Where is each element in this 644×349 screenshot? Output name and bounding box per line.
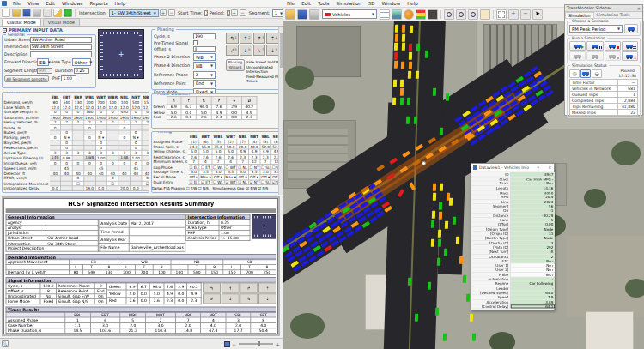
grid-cell[interactable]: ☐ NL bbox=[237, 180, 248, 185]
vehicle[interactable] bbox=[439, 202, 442, 210]
open-file-icon[interactable] bbox=[285, 9, 295, 20]
grid-cell[interactable]: 0.0 bbox=[50, 186, 61, 191]
vehicle[interactable] bbox=[415, 71, 418, 79]
vehicle[interactable] bbox=[399, 98, 403, 105]
grid-cell[interactable]: 1900 bbox=[106, 115, 118, 120]
print-icon[interactable] bbox=[33, 9, 41, 17]
vehicle[interactable] bbox=[443, 334, 447, 341]
vehicle[interactable] bbox=[440, 184, 443, 191]
layers-icon[interactable] bbox=[392, 9, 402, 20]
vehicle[interactable] bbox=[463, 275, 466, 283]
vehicle[interactable] bbox=[440, 128, 443, 135]
vehicle[interactable] bbox=[400, 80, 404, 87]
clock-toggle-button[interactable]: ◷ bbox=[569, 69, 580, 78]
vehicle[interactable] bbox=[459, 256, 463, 264]
phase-2-direction-input[interactable]: WB▼ bbox=[193, 53, 216, 61]
vehicle[interactable] bbox=[433, 184, 436, 191]
grid-cell[interactable]: ☐ WT bbox=[224, 165, 237, 170]
edit-icon[interactable] bbox=[53, 9, 62, 17]
property-value[interactable]: 3947 bbox=[511, 172, 555, 177]
vehicle[interactable] bbox=[394, 33, 398, 41]
pre-timed-signal-input[interactable] bbox=[193, 40, 198, 45]
scenario-select[interactable]: PM Peak Period▼ bbox=[569, 25, 623, 33]
menu-item[interactable]: Window bbox=[378, 1, 404, 6]
grid-cell[interactable]: Off ▾ bbox=[237, 175, 248, 180]
grid-cell[interactable]: 1900 bbox=[61, 115, 72, 120]
zoom-in-icon[interactable]: + bbox=[276, 341, 280, 347]
grid-cell[interactable]: 1900 bbox=[118, 115, 130, 120]
grid-cell[interactable]: ☐ NL bbox=[237, 165, 248, 170]
property-value[interactable]: 7.9 bbox=[511, 295, 555, 299]
urban-street-field[interactable]: SW Archer Road bbox=[30, 37, 92, 43]
grid-cell[interactable]: 12.0 bbox=[84, 105, 95, 110]
vehicle[interactable] bbox=[401, 61, 404, 69]
vehicle[interactable] bbox=[402, 43, 405, 51]
grid-cell[interactable]: 20.0 bbox=[237, 144, 248, 149]
vehicle[interactable] bbox=[395, 25, 398, 33]
grid-cell[interactable]: ☐ WL bbox=[212, 165, 224, 170]
property-value[interactable]: No ▾ bbox=[511, 182, 555, 186]
sidebar-tab[interactable]: Simulation bbox=[565, 12, 594, 18]
grid-cell[interactable]: 48.0 bbox=[248, 144, 260, 149]
grid-cell[interactable] bbox=[72, 186, 83, 191]
phf-field[interactable]: 1.00 bbox=[61, 75, 76, 81]
property-value[interactable]: 5 bbox=[511, 218, 555, 222]
all-segment-lengths-button[interactable]: All Segment Lengths bbox=[4, 75, 49, 82]
open-file-icon[interactable] bbox=[12, 9, 21, 17]
vehicle[interactable] bbox=[444, 249, 447, 256]
grid-cell[interactable]: ☐ WL bbox=[212, 180, 224, 185]
property-value[interactable]: 64.1 bbox=[511, 304, 555, 309]
grid-cell[interactable]: ☐ EL bbox=[188, 165, 199, 170]
description-field[interactable] bbox=[30, 51, 92, 57]
add-intersection-button[interactable]: + bbox=[160, 9, 167, 16]
intersection-combobox[interactable]: 1- SW 34th Street▼ bbox=[109, 9, 159, 17]
grid-cell[interactable]: 12.0 bbox=[131, 105, 142, 110]
grid-cell[interactable]: Max ▾ bbox=[199, 175, 212, 180]
pause-simulation-button[interactable] bbox=[586, 41, 603, 51]
grid-cell[interactable]: 1900 bbox=[50, 115, 61, 120]
grid-cell[interactable]: ☑ NT bbox=[248, 180, 260, 185]
grid-cell[interactable]: 12.0 bbox=[95, 105, 106, 110]
property-value[interactable]: 65.0 bbox=[511, 291, 555, 295]
new-file-icon[interactable] bbox=[2, 9, 10, 17]
run-icon[interactable] bbox=[64, 9, 72, 17]
grid-cell[interactable]: 24.0 bbox=[188, 144, 199, 149]
grid-cell[interactable]: 1.00 bbox=[131, 155, 142, 160]
menu-item[interactable]: Windows bbox=[58, 1, 87, 6]
menu-item[interactable]: File bbox=[9, 1, 24, 6]
vehicle[interactable] bbox=[416, 44, 420, 51]
segment-length-field[interactable]: 999 bbox=[37, 68, 52, 74]
vehicle[interactable] bbox=[407, 98, 410, 105]
grid-cell[interactable]: ☐ NT bbox=[248, 165, 260, 170]
grid-cell[interactable]: Off ▾ bbox=[248, 175, 260, 180]
grid-cell[interactable]: ☐ EL bbox=[188, 180, 199, 185]
grid-cell[interactable]: 1900 bbox=[131, 115, 142, 120]
vehicle[interactable] bbox=[408, 62, 411, 69]
vehicle[interactable] bbox=[431, 238, 434, 246]
pointer-icon[interactable]: ➤ bbox=[532, 9, 543, 20]
phasing-wizard-button[interactable]: Phasing Wizard bbox=[226, 59, 245, 71]
grid-cell[interactable]: 12.0 bbox=[118, 105, 130, 110]
reference-point-input[interactable]: End▼ bbox=[193, 80, 216, 87]
step-simulation-button[interactable] bbox=[569, 51, 586, 61]
cycle-s-input[interactable]: 190 bbox=[193, 33, 216, 39]
run-simulation-button[interactable] bbox=[569, 41, 586, 51]
property-value[interactable]: 14.36 bbox=[511, 186, 555, 190]
grid-cell[interactable] bbox=[61, 186, 72, 191]
intersection-field[interactable]: SW 34th Street bbox=[30, 44, 92, 50]
grid-cell[interactable]: 0.99 bbox=[61, 155, 72, 160]
vehicle[interactable] bbox=[409, 52, 412, 60]
menu-item[interactable]: File bbox=[283, 1, 298, 6]
grid-cell[interactable] bbox=[142, 186, 149, 191]
stop-simulation-button[interactable] bbox=[605, 41, 621, 51]
vehicle[interactable] bbox=[425, 51, 428, 58]
menu-item[interactable]: Reports bbox=[87, 1, 112, 6]
property-value[interactable]: 31 bbox=[511, 232, 555, 236]
selected-vehicle-marker[interactable] bbox=[422, 161, 426, 165]
add-period-button[interactable]: + bbox=[231, 9, 238, 16]
globe-icon[interactable] bbox=[404, 9, 414, 20]
period-field[interactable]: 1> 15:00 bbox=[227, 10, 230, 16]
vehicle[interactable] bbox=[428, 282, 431, 290]
vehicle[interactable] bbox=[438, 239, 441, 247]
property-value[interactable]: 2023 bbox=[511, 200, 555, 204]
